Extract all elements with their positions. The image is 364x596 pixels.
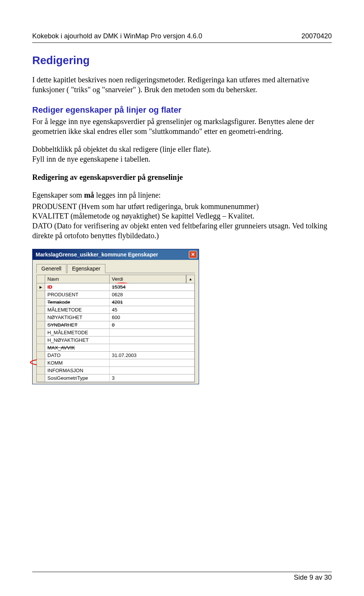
bold-subtitle: Redigering av egenskapsverdier på grense…	[32, 173, 183, 181]
property-value-cell[interactable]	[110, 359, 195, 366]
header-left: Kokebok i ajourhold av DMK i WinMap Pro …	[32, 32, 202, 40]
paragraph-usage: For å legge inn nye egenskapsverdier på …	[32, 117, 332, 136]
row-selector	[37, 329, 45, 336]
dialog-title: MarkslagGrense_usikker_kommune Egenskape…	[34, 252, 189, 258]
text-run-bold: må	[84, 191, 94, 199]
row-selector	[37, 321, 45, 329]
property-value-cell[interactable]: 0628	[110, 291, 195, 298]
current-row-icon: ▶	[39, 285, 42, 289]
table-row[interactable]: MÅLEMETODE45	[37, 306, 195, 314]
property-value-cell[interactable]: 0	[110, 321, 195, 329]
property-name-cell: H_NØYAKTIGHET	[45, 337, 110, 344]
row-selector	[37, 344, 45, 351]
property-value: 31.07.2003	[112, 352, 136, 358]
tab-generell[interactable]: Generell	[36, 264, 66, 273]
paragraph-intro: I dette kapitlet beskrives noen redigeri…	[32, 75, 332, 94]
property-value-cell[interactable]: 3	[110, 374, 195, 382]
row-selector	[37, 306, 45, 313]
row-selector	[37, 359, 45, 366]
table-row[interactable]: PRODUSENT0628	[37, 291, 195, 299]
property-name: DATO	[47, 352, 61, 358]
row-selector	[37, 299, 45, 306]
property-value-cell[interactable]	[110, 344, 195, 351]
table-row[interactable]: SosiGeometriType3	[37, 374, 195, 382]
property-name: MAX_AVVIK	[47, 345, 75, 351]
property-value-cell[interactable]	[110, 329, 195, 336]
property-name: KOMM	[47, 360, 63, 366]
property-value: 3	[112, 375, 115, 381]
dialog-titlebar: MarkslagGrense_usikker_kommune Egenskape…	[33, 249, 199, 260]
property-value-cell[interactable]: 15354	[110, 283, 195, 291]
property-name-cell: KOMM	[45, 359, 110, 366]
property-name-cell: DATO	[45, 352, 110, 359]
grid-header-selector	[37, 275, 45, 283]
property-name-cell: MÅLEMETODE	[45, 306, 110, 313]
table-row[interactable]: ▶ID15354	[37, 283, 195, 291]
property-value-cell[interactable]: 31.07.2003	[110, 352, 195, 359]
paragraph-required-props: PRODUSENT (Hvem som har utført redigerin…	[32, 202, 332, 241]
table-row[interactable]: NØYAKTIGHET600	[37, 314, 195, 321]
property-name: ID	[47, 284, 52, 290]
row-selector	[37, 314, 45, 321]
property-value: 4201	[112, 299, 123, 305]
property-value-cell[interactable]	[110, 367, 195, 374]
para-must-lead: Egenskaper som må legges inn på linjene:	[32, 190, 332, 200]
page-number: Side 9 av 30	[294, 574, 332, 582]
table-row[interactable]: INFORMASJON	[37, 367, 195, 374]
table-row[interactable]: H_MÅLEMETODE	[37, 329, 195, 337]
grid-header-value: Verdi	[110, 275, 186, 283]
property-name: SosiGeometriType	[47, 375, 88, 381]
tab-egenskaper[interactable]: Egenskaper	[67, 264, 105, 273]
row-selector	[37, 352, 45, 359]
paragraph-instructions: Dobbeltklikk på objektet du skal rediger…	[32, 145, 332, 164]
header-divider	[32, 42, 332, 43]
property-name: H_NØYAKTIGHET	[47, 337, 89, 343]
property-value-cell[interactable]: 600	[110, 314, 195, 321]
subheading-editing-boundary: Redigering av egenskapsverdier på grense…	[32, 173, 332, 182]
page-header: Kokebok i ajourhold av DMK i WinMap Pro …	[32, 32, 332, 40]
property-value: 0	[112, 322, 115, 328]
properties-grid: Navn Verdi ▲ ▶ID15354PRODUSENT0628Temako…	[36, 275, 195, 382]
property-name-cell: SosiGeometriType	[45, 374, 110, 382]
property-name-cell: SYNBARHET	[45, 321, 110, 329]
property-value-cell[interactable]: 45	[110, 306, 195, 313]
scroll-up-button[interactable]: ▲	[186, 275, 195, 283]
triangle-up-icon: ▲	[189, 277, 193, 281]
text-run: Egenskaper som	[32, 191, 84, 199]
grid-header: Navn Verdi ▲	[37, 275, 195, 283]
page-footer: Side 9 av 30	[32, 572, 332, 582]
grid-header-name: Navn	[45, 275, 110, 283]
property-value: 0628	[112, 292, 123, 297]
row-selector	[37, 367, 45, 374]
document-page: Kokebok i ajourhold av DMK i WinMap Pro …	[0, 0, 364, 596]
header-right: 20070420	[301, 32, 332, 40]
close-icon: ×	[191, 252, 195, 258]
property-name-cell: PRODUSENT	[45, 291, 110, 298]
property-value: 45	[112, 307, 117, 313]
property-value-cell[interactable]: 4201	[110, 299, 195, 306]
property-name: NØYAKTIGHET	[47, 315, 82, 320]
property-name-cell: H_MÅLEMETODE	[45, 329, 110, 336]
property-value-cell[interactable]	[110, 337, 195, 344]
footer-divider	[32, 572, 332, 572]
property-name-cell: INFORMASJON	[45, 367, 110, 374]
grid-body: ▶ID15354PRODUSENT0628Temakode4201MÅLEMET…	[37, 283, 195, 382]
row-selector	[37, 337, 45, 344]
table-row[interactable]: Temakode4201	[37, 299, 195, 306]
table-row[interactable]: H_NØYAKTIGHET	[37, 337, 195, 344]
table-row[interactable]: KOMM	[37, 359, 195, 367]
table-row[interactable]: MAX_AVVIK	[37, 344, 195, 352]
table-row[interactable]: DATO31.07.2003	[37, 352, 195, 359]
property-name-cell: Temakode	[45, 299, 110, 306]
row-selector	[37, 291, 45, 298]
property-value: 600	[112, 315, 120, 320]
property-name-cell: NØYAKTIGHET	[45, 314, 110, 321]
tab-strip: Generell Egenskaper	[36, 264, 195, 273]
property-name-cell: MAX_AVVIK	[45, 344, 110, 351]
chapter-title: Redigering	[32, 54, 332, 67]
table-row[interactable]: SYNBARHET0	[37, 321, 195, 329]
property-value: 15354	[112, 284, 126, 290]
properties-dialog: MarkslagGrense_usikker_kommune Egenskape…	[32, 249, 199, 384]
property-name: PRODUSENT	[47, 292, 78, 297]
close-button[interactable]: ×	[189, 251, 197, 258]
